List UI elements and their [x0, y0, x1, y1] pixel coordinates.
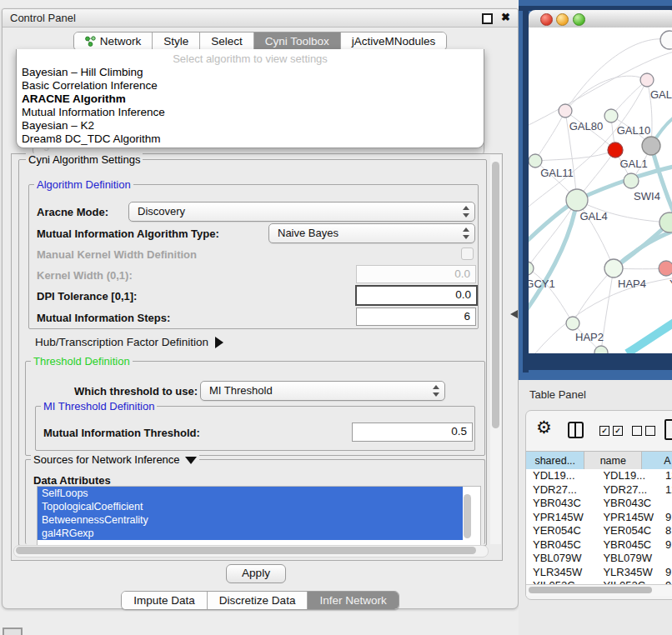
network-icon	[85, 36, 96, 47]
node-gal4	[566, 189, 588, 211]
table-row[interactable]: YDR27...YDR27...12	[526, 483, 672, 498]
node-gal-partial	[640, 73, 654, 87]
columns-icon[interactable]	[568, 422, 584, 438]
zoom-traffic-light[interactable]	[573, 13, 585, 26]
table-row[interactable]: YPR145WYPR145W9.	[526, 511, 672, 525]
close-traffic-light[interactable]	[540, 13, 553, 26]
settings-vertical-scrollbar[interactable]	[490, 155, 501, 544]
unchecked-checkbox-icon[interactable]	[645, 426, 655, 436]
mi-type-label: Mutual Information Algorithm Type:	[37, 228, 219, 240]
attribute-item-selected[interactable]: TopologicalCoefficient	[38, 500, 463, 513]
list-scrollbar-thumb[interactable]	[464, 494, 471, 538]
node-label: GAL1	[619, 158, 647, 170]
table-row[interactable]: YDL19...YDL19...13	[526, 469, 672, 483]
attribute-item-selected[interactable]: BetweennessCentrality	[38, 513, 463, 527]
table-toolbar: ⚙ ✓ ✓	[526, 411, 672, 448]
document-icon[interactable]	[664, 419, 672, 440]
mi-threshold-field[interactable]: 0.5	[352, 422, 473, 442]
node-label: GAL	[650, 88, 672, 101]
tab-network-label: Network	[100, 35, 142, 48]
combo-stepper-icon	[462, 228, 469, 239]
node-gcy1	[529, 262, 534, 275]
algorithm-option[interactable]: Mutual Information Inference	[22, 106, 479, 119]
network-cyan-edge	[627, 318, 672, 353]
aracne-mode-label: Aracne Mode:	[37, 206, 108, 218]
algorithm-definition-title: Algorithm Definition	[34, 178, 133, 191]
column-header-name[interactable]: name	[584, 452, 642, 470]
control-panel-window: Control Panel ✖ Networ	[2, 8, 519, 609]
node-gal11	[529, 154, 542, 168]
table-row[interactable]: YLR345WYLR345W9.	[526, 566, 672, 580]
algorithm-option[interactable]: Basic Correlation Inference	[22, 79, 479, 92]
table-panel: ⚙ ✓ ✓ shared... name A YDL19...YDL19...1…	[525, 410, 672, 600]
network-view-window: GAL GAL80 GAL10 GAL1 GAL11 SWI4 GAL4 GCY…	[529, 10, 672, 353]
unchecked-checkbox-icon[interactable]	[632, 426, 642, 436]
combo-stepper-icon	[462, 206, 469, 218]
tab-network[interactable]: Network	[74, 32, 153, 50]
network-canvas[interactable]: GAL GAL80 GAL10 GAL1 GAL11 SWI4 GAL4 GCY…	[529, 28, 672, 353]
table-row[interactable]: YBR043CYBR043C	[526, 497, 672, 511]
algorithm-option[interactable]: Bayesian – Hill Climbing	[22, 66, 479, 79]
node-label: GAL10	[617, 124, 650, 137]
manual-kernel-checkbox[interactable]	[461, 248, 474, 260]
tab-jactivemnodules[interactable]: jActiveMNodules	[341, 32, 447, 50]
checked-checkbox-icon[interactable]: ✓	[599, 426, 609, 436]
table-row[interactable]: YBL079WYBL079W	[526, 552, 672, 566]
mi-threshold-label: Mutual Information Threshold:	[43, 427, 200, 439]
column-header-shared-name[interactable]: shared...	[526, 452, 584, 470]
node-label: GAL4	[579, 210, 607, 222]
tab-cyni-toolbox[interactable]: Cyni Toolbox	[254, 32, 341, 50]
column-header-partial[interactable]: A	[642, 452, 672, 470]
node-hap4	[604, 259, 623, 278]
attribute-item-selected[interactable]: SelfLoops	[38, 487, 463, 500]
attribute-item-selected[interactable]: gal4RGexp	[38, 527, 463, 540]
node-label: SWI4	[634, 190, 660, 202]
settings-horizontal-scrollbar[interactable]	[13, 545, 489, 558]
which-threshold-combo[interactable]: MI Threshold	[200, 381, 445, 401]
node-label: GAL80	[569, 120, 603, 132]
network-window-titlebar[interactable]	[529, 10, 672, 28]
gear-icon[interactable]: ⚙	[536, 418, 552, 438]
mi-type-combo[interactable]: Naive Bayes	[268, 223, 475, 243]
node-gal1-red	[608, 142, 623, 158]
table-row[interactable]: YBR045CYBR045C9.	[526, 538, 672, 552]
node-label: GCY1	[529, 278, 555, 290]
collapsed-panel-icon[interactable]	[3, 628, 23, 635]
checked-checkbox-icon[interactable]: ✓	[613, 426, 623, 436]
threshold-definition-title: Threshold Definition	[31, 355, 133, 368]
network-frame-border-bottom	[523, 353, 672, 370]
mi-threshold-title: MI Threshold Definition	[41, 400, 157, 412]
algorithm-option[interactable]: Bayesian – K2	[22, 119, 479, 132]
node-gray	[642, 137, 660, 155]
tab-infer-network[interactable]: Infer Network	[308, 592, 398, 609]
float-window-icon[interactable]	[482, 13, 493, 24]
apply-button[interactable]: Apply	[226, 564, 286, 583]
table-horizontal-scrollbar[interactable]	[526, 584, 672, 596]
aracne-mode-combo[interactable]: Discovery	[128, 202, 475, 222]
node-swi4	[624, 173, 639, 188]
network-frame-border-left	[523, 6, 529, 372]
kernel-width-label: Kernel Width (0,1):	[37, 269, 133, 282]
algorithm-option[interactable]: Dream8 DC_TDC Algorithm	[22, 132, 479, 146]
node-label: HAP4	[618, 278, 646, 290]
kernel-width-field[interactable]: 0.0	[356, 265, 476, 283]
algorithm-option-selected[interactable]: ARACNE Algorithm	[22, 92, 479, 106]
tab-select[interactable]: Select	[200, 32, 254, 50]
hub-definition-toggle[interactable]: Hub/Transcription Factor Definition	[35, 336, 223, 348]
node-partial-top	[660, 31, 672, 49]
close-icon[interactable]: ✖	[501, 11, 510, 23]
table-row[interactable]: YER054CYER054C8.	[526, 524, 672, 538]
tab-style[interactable]: Style	[153, 32, 200, 50]
sources-title[interactable]: Sources for Network Inference	[31, 453, 199, 466]
mi-steps-field[interactable]: 6	[356, 308, 476, 326]
minimize-traffic-light[interactable]	[556, 13, 569, 26]
table-panel-title: Table Panel	[529, 388, 586, 401]
dpi-tolerance-field[interactable]: 0.0	[355, 285, 478, 306]
tab-impute-data[interactable]: Impute Data	[122, 592, 208, 609]
network-labels: GAL GAL80 GAL10 GAL1 GAL11 SWI4 GAL4 GCY…	[529, 88, 672, 343]
cyni-bottom-tabbar: Impute Data Discretize Data Infer Networ…	[3, 591, 518, 610]
collapse-down-icon	[185, 457, 197, 464]
tab-discretize-data[interactable]: Discretize Data	[208, 592, 308, 609]
table-body: YDL19...YDL19...13 YDR27...YDR27...12 YB…	[526, 469, 672, 584]
algorithm-dropdown-placeholder: Select algorithm to view settings	[17, 52, 484, 65]
